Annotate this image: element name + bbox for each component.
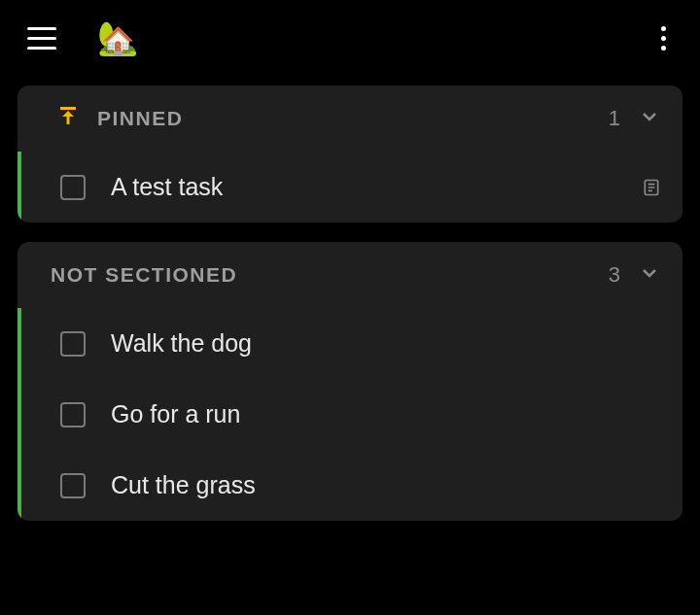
section-title: PINNED	[97, 107, 183, 130]
task-checkbox[interactable]	[60, 175, 86, 200]
section-header-not-sectioned[interactable]: NOT SECTIONED 3	[18, 242, 682, 308]
task-label: Walk the dog	[111, 329, 252, 358]
section-count: 1	[609, 106, 620, 131]
task-label: Go for a run	[111, 400, 240, 428]
task-row[interactable]: Cut the grass	[21, 450, 682, 521]
section-header-pinned[interactable]: PINNED 1	[18, 85, 682, 152]
more-options-button[interactable]	[646, 18, 681, 58]
chevron-down-icon	[638, 105, 661, 132]
task-checkbox[interactable]	[60, 331, 86, 357]
task-label: Cut the grass	[111, 471, 256, 499]
list-icon: 🏡	[97, 18, 138, 57]
note-icon	[642, 178, 661, 197]
task-row[interactable]: Walk the dog	[21, 308, 682, 379]
menu-button[interactable]	[27, 20, 62, 55]
task-list: A test task	[18, 152, 682, 222]
task-label: A test task	[111, 173, 223, 201]
top-bar: 🏡	[0, 0, 700, 76]
chevron-down-icon	[638, 261, 661, 289]
section-pinned: PINNED 1 A test task	[18, 85, 682, 222]
task-row[interactable]: Go for a run	[21, 379, 682, 450]
section-title: NOT SECTIONED	[51, 263, 237, 287]
task-row[interactable]: A test task	[21, 152, 682, 222]
section-not-sectioned: NOT SECTIONED 3 Walk the dog Go for a ru…	[18, 242, 682, 521]
task-checkbox[interactable]	[60, 473, 86, 498]
task-list: Walk the dog Go for a run Cut the grass	[18, 308, 682, 521]
section-count: 3	[609, 262, 620, 288]
task-checkbox[interactable]	[60, 402, 86, 427]
svg-rect-0	[60, 107, 76, 110]
pin-icon	[56, 105, 80, 132]
